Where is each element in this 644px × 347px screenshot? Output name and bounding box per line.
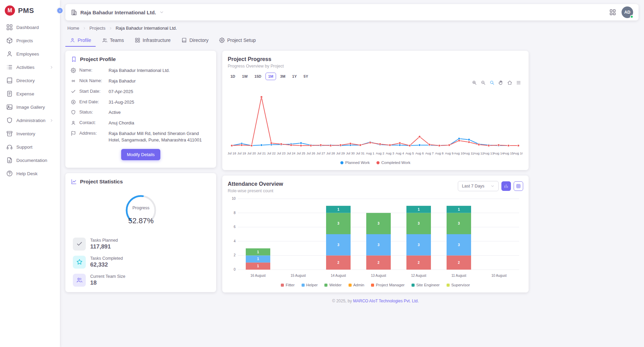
x-axis-label: Aug 1	[366, 151, 374, 155]
legend-label: Project Manager	[376, 283, 404, 287]
tab-project-setup[interactable]: Project Setup	[215, 34, 260, 47]
pan-hand-icon[interactable]	[498, 80, 503, 85]
chart-toolbar	[228, 80, 521, 85]
project-statistics-card: Project Statistics Progress52.87% Tasks …	[65, 173, 216, 292]
users-icon	[73, 274, 86, 287]
app-logo[interactable]: M PMS	[0, 0, 60, 20]
sidebar-nav: Dashboard Projects Employees Activities …	[0, 20, 60, 181]
zoom-in-icon[interactable]	[472, 80, 477, 85]
bar-chart-view-toggle[interactable]	[501, 181, 511, 191]
completed-work-point	[448, 144, 450, 146]
tab-directory[interactable]: Directory	[177, 34, 213, 47]
selection-zoom-icon[interactable]	[489, 80, 495, 85]
progress-gauge-svg: Progress52.87%	[117, 193, 165, 230]
shield-icon	[71, 110, 76, 115]
bar-segment-value: 1	[337, 208, 339, 211]
legend-item-fitter[interactable]: Fitter	[281, 283, 294, 287]
bar-segment-value: 1	[257, 257, 259, 261]
legend-item-project-manager[interactable]: Project Manager	[371, 283, 404, 287]
completed-work-point	[290, 144, 292, 146]
range-1y-button[interactable]: 1Y	[289, 73, 299, 80]
project-progress-legend: Planned WorkCompleted Work	[228, 161, 523, 165]
bar-segment-value: 1	[458, 208, 460, 211]
range-1w-button[interactable]: 1W	[239, 73, 251, 80]
sidebar-item-help-desk[interactable]: Help Desk	[3, 167, 57, 180]
legend-item-planned-work[interactable]: Planned Work	[340, 161, 370, 165]
sidebar-item-support[interactable]: Support	[3, 141, 57, 153]
legend-label: Supervisor	[451, 283, 470, 287]
table-view-toggle[interactable]	[514, 181, 523, 191]
chart-subtitle: Progress Overview by Project	[228, 64, 284, 69]
planned-work-point	[300, 142, 302, 144]
range-3m-button[interactable]: 3M	[277, 73, 288, 80]
project-progress-chart[interactable]: Jul 18Jul 19Jul 20Jul 21Jul 22Jul 23Jul …	[228, 87, 523, 159]
legend-swatch	[302, 284, 305, 287]
sidebar-item-dashboard[interactable]: Dashboard	[3, 21, 57, 33]
card-title: Project Profile	[80, 56, 116, 62]
tab-teams[interactable]: Teams	[98, 34, 128, 47]
zoom-out-icon[interactable]	[481, 80, 486, 85]
sidebar-item-expense[interactable]: Expense	[3, 88, 57, 100]
tab-infrastructure[interactable]: Infrastructure	[130, 34, 175, 47]
field-nick-name: Nick Name: Raja Bahadur	[71, 78, 211, 85]
legend-item-welder[interactable]: Welder	[324, 283, 341, 287]
x-axis-label: Aug 5	[405, 151, 414, 155]
x-axis-label: Aug 6	[415, 151, 424, 155]
project-tabs: Profile Teams Infrastructure Directory P…	[65, 33, 639, 47]
modify-details-button[interactable]: Modify Details	[121, 149, 161, 160]
completed-work-point	[280, 143, 282, 145]
attendance-chart-svg[interactable]: 024681011116 August15 August233114 Augus…	[228, 195, 522, 280]
home-icon[interactable]	[507, 80, 512, 85]
avatar-initials: AD	[624, 10, 630, 15]
legend-swatch	[412, 284, 415, 287]
user-icon	[6, 50, 13, 57]
menu-icon[interactable]	[516, 80, 521, 85]
range-1d-button[interactable]: 1D	[228, 73, 238, 80]
company-selector[interactable]: Raja Bahadur International Ltd.	[71, 9, 164, 16]
completed-work-point	[379, 143, 381, 145]
main-area: Raja Bahadur International Ltd. AD Home …	[60, 0, 644, 347]
sidebar: M PMS ‹ Dashboard Projects Employees Act…	[0, 0, 60, 347]
y-axis-label: 10	[232, 197, 236, 200]
sidebar-collapse-button[interactable]: ‹	[56, 7, 64, 14]
range-5y-button[interactable]: 5Y	[301, 73, 311, 80]
legend-swatch	[324, 284, 327, 287]
sidebar-item-activities[interactable]: Activities	[3, 61, 57, 73]
x-axis-label: Jul 30	[346, 151, 355, 155]
legend-item-helper[interactable]: Helper	[302, 283, 318, 287]
sidebar-item-employees[interactable]: Employees	[3, 48, 57, 60]
date-range-select[interactable]: Last 7 Days	[458, 181, 499, 191]
bar-segment-value: 3	[377, 222, 380, 225]
x-axis-label: Jul 31	[356, 151, 365, 155]
right-column: Project Progress Progress Overview by Pr…	[222, 51, 529, 305]
range-15d-button[interactable]: 15D	[252, 73, 264, 80]
sidebar-item-image-gallery[interactable]: Image Gallery	[3, 101, 57, 113]
legend-item-completed-work[interactable]: Completed Work	[376, 161, 410, 165]
chevron-down-icon	[159, 10, 164, 15]
project-progress-chart-svg[interactable]: Jul 18Jul 19Jul 20Jul 21Jul 22Jul 23Jul …	[228, 87, 522, 157]
legend-item-supervisor[interactable]: Supervisor	[447, 283, 470, 287]
sidebar-item-directory[interactable]: Directory	[3, 74, 57, 87]
bar-segment-value: 2	[337, 261, 339, 265]
breadcrumb-home[interactable]: Home	[67, 26, 79, 31]
sidebar-item-inventory[interactable]: Inventory	[3, 127, 57, 140]
bar-segment-value: 3	[458, 243, 460, 247]
attendance-chart[interactable]: 024681011116 August15 August233114 Augus…	[228, 195, 523, 281]
sidebar-item-documentation[interactable]: Documentation	[3, 154, 57, 166]
planned-work-point	[418, 144, 420, 146]
breadcrumb-projects[interactable]: Projects	[90, 26, 106, 31]
tab-profile[interactable]: Profile	[65, 34, 96, 47]
range-1m-button[interactable]: 1M	[265, 73, 276, 80]
x-axis-label: Jul 26	[307, 151, 315, 155]
topbar-right: AD	[609, 6, 633, 18]
legend-item-admin[interactable]: Admin	[349, 283, 365, 287]
sidebar-item-label: Inventory	[16, 131, 35, 136]
footer-company-link[interactable]: MARCO AIoT Technologies Pvt. Ltd.	[353, 299, 419, 303]
user-avatar[interactable]: AD	[622, 6, 633, 18]
completed-work-point	[320, 144, 322, 146]
sidebar-item-projects[interactable]: Projects	[3, 34, 57, 47]
legend-item-site-engineer[interactable]: Site Engineer	[412, 283, 440, 287]
sidebar-item-administration[interactable]: Administration	[3, 114, 57, 126]
sidebar-item-label: Expense	[16, 91, 34, 96]
apps-grid-button[interactable]	[609, 9, 616, 16]
